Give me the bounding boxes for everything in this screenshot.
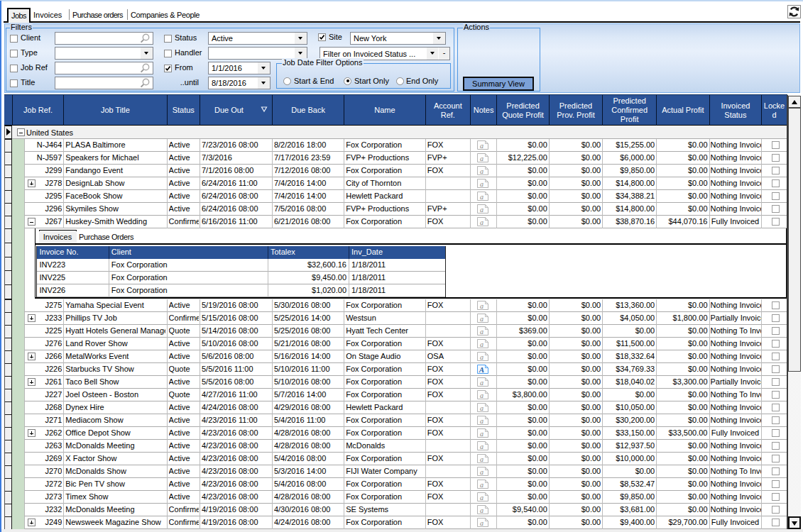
svg-text:a: a [480,142,484,150]
svg-text:a: a [480,481,484,489]
svg-text:a: a [480,340,484,348]
svg-text:a: a [480,392,484,399]
svg-text:a: a [480,417,484,425]
svg-text:a: a [480,302,484,310]
svg-text:a: a [480,468,484,476]
svg-text:a: a [480,519,484,527]
svg-text:A: A [479,365,484,374]
svg-text:a: a [480,353,484,361]
svg-text:a: a [480,155,484,162]
svg-text:a: a [480,328,484,336]
svg-text:a: a [480,379,484,387]
svg-text:a: a [480,506,484,514]
svg-text:a: a [480,218,484,226]
svg-text:a: a [480,167,484,175]
svg-text:a: a [480,206,484,214]
svg-text:a: a [480,193,484,201]
svg-text:a: a [480,315,484,323]
svg-text:a: a [480,455,484,463]
svg-text:a: a [480,494,484,501]
svg-text:a: a [480,180,484,188]
svg-text:a: a [480,404,484,412]
svg-text:a: a [480,443,484,450]
svg-text:a: a [480,430,484,438]
